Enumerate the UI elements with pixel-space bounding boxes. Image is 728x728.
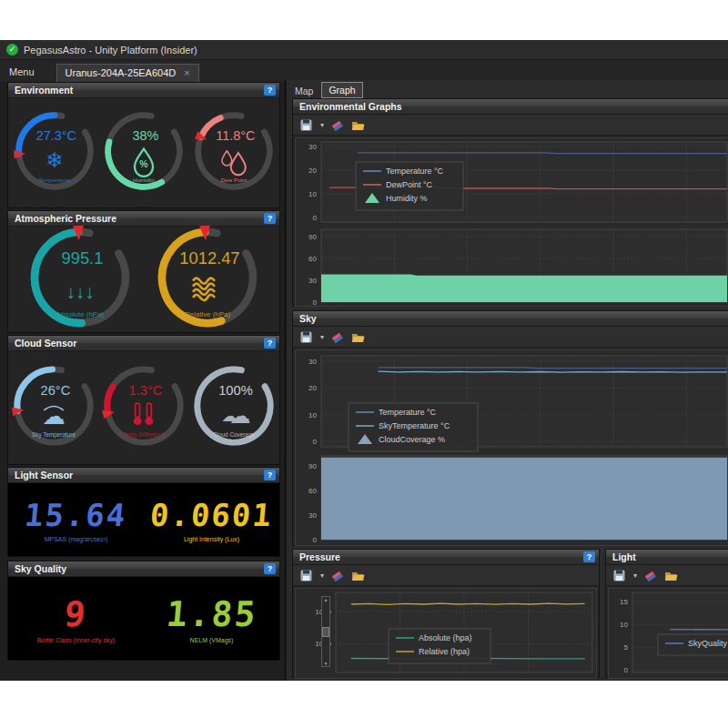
- window-title: PegasusAstro - Unity Platform (Insider): [24, 45, 197, 56]
- lcd-value: 15.64: [24, 497, 129, 533]
- svg-text:5: 5: [624, 643, 629, 652]
- caret-down-icon[interactable]: ▾: [320, 571, 324, 580]
- svg-text:Temperature: Temperature: [38, 177, 71, 183]
- right-pane: Map Graph Environmental Graphs ▾ 0102030…: [284, 80, 728, 681]
- panel-title: Pressure: [299, 551, 340, 562]
- panel-title: Light Sensor: [15, 470, 73, 480]
- svg-text:90: 90: [308, 233, 317, 241]
- scroll-up-icon[interactable]: ▲: [324, 597, 329, 602]
- help-icon[interactable]: ?: [264, 563, 276, 574]
- light-sensor-display: 15.64MPSAS (mag/arcsec²)0.0601Light Inte…: [8, 483, 279, 556]
- svg-text:Dew Point: Dew Point: [220, 177, 247, 183]
- svg-text:❄: ❄: [46, 148, 63, 172]
- svg-text:1.3°C: 1.3°C: [129, 383, 163, 398]
- svg-text:100%: 100%: [218, 383, 253, 398]
- svg-text:30: 30: [308, 511, 317, 520]
- sky-chart-area: 0102030Temperature °CSkyTemperature °CCl…: [295, 349, 728, 546]
- menu-bar: Menu Uranus-204A-25EA604D ×: [0, 60, 728, 82]
- save-icon[interactable]: [299, 569, 313, 582]
- caret-down-icon[interactable]: ▾: [320, 121, 324, 129]
- open-folder-icon[interactable]: [350, 118, 365, 132]
- panel-environment: Environment ? 27.3°C❄Temperature38%%Humi…: [7, 82, 280, 208]
- clear-icon[interactable]: [330, 118, 344, 132]
- left-column: Environment ? 27.3°C❄Temperature38%%Humi…: [7, 82, 280, 679]
- panel-sky-quality: Sky Quality ? 9Bortle Class (Inner-city …: [7, 561, 280, 661]
- view-tabs: Map Graph: [288, 82, 363, 98]
- svg-text:30: 30: [308, 143, 317, 151]
- open-folder-icon[interactable]: [663, 569, 678, 582]
- panel-header-sky: Sky: [293, 311, 728, 327]
- environmental-graphs-chart-area: 0102030Temperature °CDewPoint °CHumidity…: [295, 137, 728, 307]
- scroll-down-icon[interactable]: ▼: [324, 661, 329, 666]
- panel-title: Environment: [15, 85, 73, 96]
- help-icon[interactable]: ?: [264, 338, 276, 349]
- panel-header-pressure: Pressure ?: [293, 550, 599, 565]
- panel-title: Sky: [299, 313, 317, 324]
- clear-icon[interactable]: [330, 330, 344, 344]
- scrollbar-thumb[interactable]: [322, 627, 329, 637]
- save-icon[interactable]: [299, 330, 313, 344]
- gauge-temp-difference: 1.3°CTemp Difference: [99, 361, 188, 454]
- svg-text:0: 0: [624, 666, 629, 674]
- tab-map[interactable]: Map: [288, 84, 319, 98]
- lcd-cell: 15.64MPSAS (mag/arcsec²): [8, 483, 144, 556]
- panel-sky: Sky ▾ 0102030Temperature °CSkyTemperatur…: [292, 310, 728, 546]
- device-tab-label: Uranus-204A-25EA604D: [66, 67, 177, 78]
- save-icon[interactable]: [299, 118, 313, 132]
- chart-vertical-scrollbar[interactable]: ▲ ▼: [321, 596, 330, 667]
- caret-down-icon[interactable]: ▾: [633, 571, 637, 580]
- lcd-value: 9: [63, 594, 89, 634]
- svg-text:1012.47: 1012.47: [179, 248, 239, 268]
- save-icon[interactable]: [612, 569, 626, 582]
- svg-text:26°C: 26°C: [41, 383, 71, 398]
- caret-down-icon[interactable]: ▾: [320, 333, 324, 341]
- svg-text:15: 15: [620, 598, 628, 606]
- svg-text:30: 30: [308, 358, 317, 366]
- clear-icon[interactable]: [643, 569, 657, 582]
- svg-text:0: 0: [313, 438, 318, 446]
- lcd-label: NELM (VMags): [190, 637, 234, 643]
- svg-text:Absolute (hpa): Absolute (hpa): [419, 633, 472, 642]
- gauge-relative-pressure: 1012.47Relative (hPa): [152, 222, 263, 337]
- gauge-absolute-pressure: 995.1↓↓↓Absolute (hPa): [25, 222, 136, 337]
- sky-quality-display: 9Bortle Class (Inner-city sky)1.85NELM (…: [8, 577, 279, 660]
- sky-chart[interactable]: 0102030Temperature °CSkyTemperature °CCl…: [296, 350, 728, 545]
- svg-text:995.1: 995.1: [62, 248, 104, 268]
- pressure-chart[interactable]: 10001010Absolute (hpa)Relative (hpa): [296, 589, 596, 676]
- panel-atmospheric-pressure: Atmospheric Pressure ? 995.1↓↓↓Absolute …: [7, 210, 280, 333]
- environment-gauges: 27.3°C❄Temperature38%%Humidity11.8°CDew …: [8, 98, 279, 207]
- open-folder-icon[interactable]: [350, 569, 365, 582]
- svg-text:SkyQuality (MPSAS): SkyQuality (MPSAS): [688, 639, 728, 648]
- open-folder-icon[interactable]: [350, 330, 365, 344]
- panel-light: Light ▾ 051015SkyQuality (MPSAS): [605, 549, 728, 678]
- help-icon[interactable]: ?: [264, 470, 276, 480]
- svg-text:20: 20: [308, 167, 317, 175]
- svg-text:Temperature °C: Temperature °C: [379, 408, 437, 417]
- cloud-gauges: 26°C☁Sky Temperature1.3°CTemp Difference…: [8, 351, 279, 464]
- svg-text:☁: ☁: [229, 404, 251, 428]
- close-icon[interactable]: ×: [184, 67, 189, 78]
- svg-text:27.3°C: 27.3°C: [35, 128, 76, 143]
- chart-toolbar: ▾: [606, 565, 728, 586]
- gauge-dew-point: 11.8°CDew Point: [190, 107, 278, 198]
- environmental-graphs-chart[interactable]: 0102030Temperature °CDewPoint °CHumidity…: [296, 138, 728, 307]
- tab-graph[interactable]: Graph: [321, 82, 362, 98]
- panel-title: Cloud Sensor: [15, 338, 76, 349]
- clear-icon[interactable]: [330, 569, 344, 582]
- panel-header-sky-quality: Sky Quality ?: [8, 561, 279, 577]
- svg-text:Cloud Coverage: Cloud Coverage: [213, 431, 255, 439]
- svg-text:SkyTemperature °C: SkyTemperature °C: [379, 421, 450, 430]
- help-icon[interactable]: ?: [264, 213, 276, 224]
- help-icon[interactable]: ?: [264, 85, 276, 96]
- help-icon[interactable]: ?: [583, 551, 595, 562]
- svg-text:0: 0: [313, 214, 318, 222]
- svg-text:60: 60: [308, 255, 317, 263]
- svg-text:↓↓↓: ↓↓↓: [66, 281, 94, 302]
- lcd-cell: 9Bortle Class (Inner-city sky): [8, 577, 144, 660]
- device-tab[interactable]: Uranus-204A-25EA604D ×: [56, 64, 199, 82]
- lcd-value: 1.85: [165, 594, 258, 634]
- svg-text:Humidity %: Humidity %: [386, 194, 428, 203]
- menu-button[interactable]: Menu: [0, 63, 44, 82]
- light-chart[interactable]: 051015SkyQuality (MPSAS): [609, 589, 728, 676]
- panel-title: Sky Quality: [15, 563, 66, 574]
